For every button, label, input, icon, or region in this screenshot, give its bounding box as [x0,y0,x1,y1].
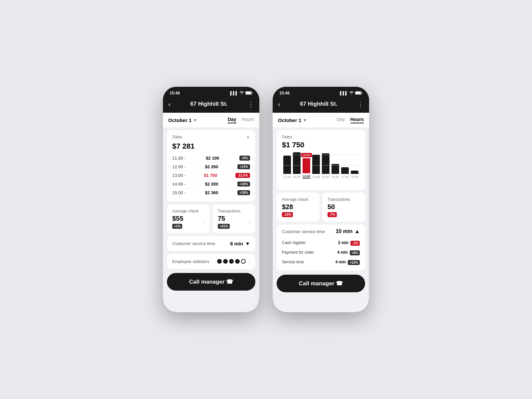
date-tabs-row-left: October 1 ▼ Day Hours [163,113,259,127]
date-label-right: October 1 [278,117,301,123]
payment-badge: +6% [350,250,360,255]
transactions-chevron-left[interactable]: › [248,219,250,225]
signal-icon-right: ▌▌▌ [340,91,348,95]
bar-col-3: 14.00 [312,155,320,179]
service-label-left: Customer service time [172,241,215,246]
bar-col-7: 18.00 [351,171,358,179]
transactions-card-right: Transactions 50 -7% [322,193,365,222]
menu-button-left[interactable]: ⋮ [247,100,254,108]
bar-label-4: 15.00 [322,175,330,179]
call-manager-button-right[interactable]: Call manager ☎ [277,275,365,292]
average-check-card-right: Average check $28 -10% [277,193,320,222]
avg-check-badge-right: -10% [282,212,293,217]
service-header-right: Customer service time 10 min ▲ [282,228,360,234]
avg-check-value-left: $55 [172,215,183,222]
status-bar-left: 15:48 ▌▌▌ [163,87,259,97]
sales-row-4: 15.00 - $2 360 +18% [172,189,250,197]
phone-left: 15:48 ▌▌▌ ‹ 67 Highhill St. ⋮ Octobe [163,87,259,312]
dot-2 [223,259,228,264]
time-left: 15:48 [170,91,180,95]
sales-total-left: $7 281 [172,142,250,151]
transactions-label-left: Transactions [218,209,250,213]
bar-label-7: 18.00 [351,175,358,179]
svg-rect-3 [355,92,361,94]
service-label-right: Customer service time [282,229,325,234]
employee-chevron-left[interactable]: › [248,258,250,264]
avg-check-label-right: Average check [282,197,314,202]
date-dropdown-arrow-right: ▼ [303,118,307,122]
sales-label-left: Sales [172,135,182,139]
right-phone-content: October 1 ▼ Day Hours Sales $1 750 [273,113,369,312]
left-phone-content: October 1 ▼ Day Hours Sales ▼ $7 281 11.… [163,113,259,312]
bar-4 [322,153,330,174]
wifi-icon-right [349,91,354,95]
bar-label-6: 17.00 [341,175,349,179]
dot-4 [235,259,240,264]
nav-title-left: 67 Highhill St. [190,101,227,107]
bar-label-5: 16.00 [332,175,339,179]
bar-label-3: 14.00 [312,175,320,179]
tab-hours-right[interactable]: Hours [350,117,364,123]
call-manager-button-left[interactable]: Call manager ☎ [167,273,255,291]
service-expand-icon-right[interactable]: ▲ [354,228,360,234]
tab-day-left[interactable]: Day [228,117,236,123]
sales-row-0: 11.00 - $2 100 +5% [172,154,250,163]
employee-card-left: Employee statistics › [167,254,255,269]
service-time-card-right: Customer service time 10 min ▲ Cash regi… [277,224,365,271]
date-selector-left[interactable]: October 1 ▼ [168,117,197,123]
sales-arrow-left: ▼ [246,135,250,140]
transactions-value-right: 50 [328,203,360,211]
bar-2 [303,158,310,173]
avg-check-chevron-left[interactable]: › [203,219,204,225]
dot-1 [217,259,222,264]
tab-hours-left[interactable]: Hours [242,117,254,123]
bar-label-2: 13.00 [303,175,310,179]
avg-check-value-right: $28 [282,203,314,211]
sales-label-right: Sales [282,135,360,139]
date-selector-right[interactable]: October 1 ▼ [278,117,307,123]
time-right: 15:48 [279,91,290,95]
tab-day-right[interactable]: Day [337,117,345,123]
bar-1 [293,152,301,174]
bar-col-2: -12.5% 13.00 [303,158,310,179]
transactions-badge-right: -7% [328,212,337,217]
bar-label-1: 12.00 [293,175,301,179]
date-tabs-row-right: October 1 ▼ Day Hours [273,113,369,127]
transactions-badge-left: +41% [218,224,230,229]
employee-label-left: Employee statistics [172,259,209,264]
signal-icon: ▌▌▌ [230,91,238,95]
service-detail-row-0: Cash register 2 min -1% [282,238,360,247]
sales-chart-card-right: Sales $1 750 11.00 12.00 [277,130,365,190]
tabs-right: Day Hours [337,117,364,123]
date-dropdown-arrow-left: ▼ [194,118,197,122]
employee-dots-left [217,259,246,264]
battery-icon [245,91,253,95]
metrics-row-right: Average check $28 -10% Transactions 50 -… [277,193,365,222]
sales-row-1: 12.00 - $2 260 +13% [172,163,250,171]
transactions-card-left: Transactions 75 +41% › [212,204,255,233]
bar-col-4: 15.00 [322,153,330,179]
service-value-right: 10 min ▲ [335,228,360,234]
bar-7 [351,171,358,174]
metrics-row-left: Average check $55 +1% › Transactions 75 [167,204,255,233]
average-check-card-left: Average check $55 +1% › [167,204,210,233]
cash-register-badge: -1% [350,241,360,246]
nav-bar-left: ‹ 67 Highhill St. ⋮ [163,97,259,113]
menu-button-right[interactable]: ⋮ [357,100,364,108]
service-dropdown-icon-left[interactable]: ▼ [245,241,250,246]
bar-6 [341,167,349,174]
battery-icon-right [355,91,362,95]
service-detail-row-1: Payment for order 4 min +6% [282,247,360,257]
status-icons-right: ▌▌▌ [340,91,362,95]
status-icons-left: ▌▌▌ [230,91,253,95]
back-button-right[interactable]: ‹ [278,100,280,108]
transactions-value-left: 75 [218,215,230,222]
back-button-left[interactable]: ‹ [168,100,171,108]
dot-5 [241,259,246,264]
dot-3 [229,259,234,264]
phone-right: 15:48 ▌▌▌ ‹ 67 Highhill St. ⋮ Octobe [273,87,369,312]
bar-label-0: 11.00 [283,175,291,179]
sales-card-left: Sales ▼ $7 281 11.00 - $2 100 +5% 12.00 … [167,130,255,201]
avg-check-label-left: Average check [172,209,204,213]
bar-3 [312,155,320,174]
